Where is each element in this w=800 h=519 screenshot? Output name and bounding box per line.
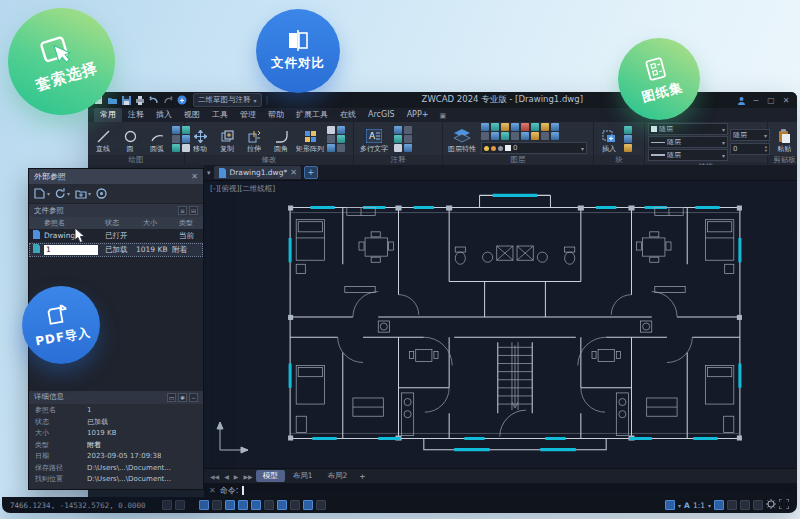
copy-button[interactable]: 复制 (215, 124, 239, 154)
lasso-select-badge[interactable]: 套索选择 (8, 8, 115, 115)
table-row[interactable]: 1 已加载 1019 KB 附着 (29, 243, 203, 257)
last-layout-icon[interactable]: ▶▶ (241, 473, 254, 480)
tool-icon[interactable] (501, 132, 509, 140)
tool-icon[interactable] (541, 123, 549, 131)
osnap-toggle[interactable] (251, 500, 261, 510)
redo-icon[interactable] (162, 95, 174, 106)
annotation-visibility-icon[interactable] (714, 500, 724, 510)
add-layout-button[interactable]: + (355, 472, 369, 481)
polar-toggle[interactable] (238, 500, 248, 510)
command-line[interactable]: ✕ 命令: (204, 483, 797, 497)
paper-space-icon[interactable] (175, 500, 185, 510)
viewport-controls[interactable]: [-][俯视][二维线框] (210, 184, 275, 194)
tool-icon[interactable] (172, 135, 180, 143)
tool-icon[interactable] (541, 132, 549, 140)
tool-icon[interactable] (501, 123, 509, 131)
open-folder-icon[interactable] (106, 95, 118, 106)
ortho-toggle[interactable] (225, 500, 235, 510)
model-toggle-icon[interactable] (665, 500, 675, 510)
close-command-icon[interactable]: ✕ (209, 486, 216, 495)
autoscale-icon[interactable] (727, 500, 737, 510)
tab-arcgis[interactable]: ArcGIS (362, 108, 401, 122)
tool-icon[interactable] (624, 126, 632, 134)
tool-icon[interactable] (327, 135, 335, 143)
erase-icon[interactable] (327, 126, 335, 134)
group-label-layers[interactable]: 图层 (443, 155, 593, 165)
tool-icon[interactable] (531, 123, 539, 131)
snap-toggle[interactable] (212, 500, 222, 510)
tab-view[interactable]: 视图 (178, 108, 206, 122)
circle-button[interactable]: 圆 (118, 124, 142, 154)
tool-icon[interactable] (521, 132, 529, 140)
dimension-icon[interactable] (394, 126, 402, 134)
group-label-modify[interactable]: 修改 (185, 155, 353, 165)
ribbon-display-toggle-icon[interactable]: ▣ (434, 110, 451, 122)
layout-tab-model[interactable]: 模型 (256, 470, 285, 482)
grid-toggle[interactable] (199, 500, 209, 510)
layout-tab-layout1[interactable]: 布局1 (286, 470, 320, 482)
xref-palette-header[interactable]: 外部参照 ✕ (29, 169, 203, 184)
workspace-selector[interactable]: 二维草图与注释 ▾ (193, 93, 262, 107)
lineweight-toggle[interactable] (303, 500, 313, 510)
tool-icon[interactable] (404, 144, 412, 152)
save-icon[interactable] (120, 95, 132, 106)
close-palette-icon[interactable]: ✕ (191, 172, 198, 181)
maximize-button[interactable]: ▢ (764, 94, 778, 106)
layer-properties-button[interactable]: 图层特性 (446, 124, 478, 154)
tool-icon[interactable] (491, 123, 499, 131)
isolate-objects-icon[interactable] (753, 500, 763, 510)
spinner-arrows[interactable]: ▴▾ (765, 145, 767, 153)
leader-icon[interactable] (394, 135, 402, 143)
color-dropdown[interactable]: 随层 ▾ (648, 123, 728, 135)
xref-rename-input[interactable]: 1 (44, 245, 98, 255)
tool-icon[interactable] (337, 126, 345, 134)
tool-icon[interactable] (327, 144, 335, 152)
group-label-draw[interactable]: 绘图 (88, 155, 184, 165)
annotation-icon[interactable]: A (684, 501, 690, 510)
file-tab-menu-icon[interactable]: ▾ (207, 169, 211, 177)
drawing-canvas[interactable]: [-][俯视][二维线框] (204, 181, 797, 468)
tool-icon[interactable] (337, 135, 345, 143)
help-button[interactable] (96, 188, 107, 199)
group-label-annotate[interactable]: 注释 (354, 155, 442, 165)
tool-icon[interactable] (551, 132, 559, 140)
minimize-button[interactable]: ─ (749, 94, 763, 106)
refresh-button[interactable]: ▾ (55, 188, 70, 199)
collapse-icon[interactable]: − (189, 393, 198, 402)
linetype-dropdown[interactable]: 随层 ▾ (648, 136, 728, 148)
tool-icon[interactable] (491, 132, 499, 140)
col-size[interactable]: 大小 (143, 218, 179, 228)
otrack-toggle[interactable] (264, 500, 274, 510)
tool-icon[interactable] (551, 123, 559, 131)
col-reference-name[interactable]: 参照名 (29, 218, 105, 228)
annotation-scale[interactable]: 1:1 (693, 501, 705, 510)
close-tab-icon[interactable]: ✕ (290, 168, 297, 177)
dyn-ucs-toggle[interactable] (277, 500, 287, 510)
file-tab-drawing1[interactable]: Drawing1.dwg* ✕ (214, 166, 301, 179)
col-status[interactable]: 状态 (105, 218, 143, 228)
layout-tab-layout2[interactable]: 布局2 (321, 470, 355, 482)
tab-insert[interactable]: 插入 (150, 108, 178, 122)
plotstyle-dropdown[interactable]: 随层 ▾ (730, 129, 770, 141)
tab-app-plus[interactable]: APP+ (401, 108, 435, 122)
transparency-spinner[interactable]: 0 ▴▾ (730, 143, 770, 155)
line-button[interactable]: 直线 (91, 124, 115, 154)
table-row[interactable]: Drawing1 已打开 当前 (29, 229, 203, 243)
chevron-down-icon[interactable]: ▾ (708, 502, 711, 509)
tool-icon[interactable] (624, 144, 632, 152)
close-button[interactable]: ✕ (779, 94, 793, 106)
chevron-down-icon[interactable]: ▾ (678, 502, 681, 509)
table-icon[interactable] (394, 144, 402, 152)
tab-tools[interactable]: 工具 (206, 108, 234, 122)
prev-layout-icon[interactable]: ◀ (222, 473, 231, 480)
tool-icon[interactable] (404, 126, 412, 134)
fullscreen-icon[interactable] (779, 499, 789, 511)
mtext-button[interactable]: A 多行文字 (357, 124, 391, 154)
cloud-sync-icon[interactable] (176, 95, 188, 106)
tool-icon[interactable] (511, 123, 519, 131)
next-layout-icon[interactable]: ▶ (232, 473, 241, 480)
stretch-button[interactable]: 拉伸 (242, 124, 266, 154)
tab-home[interactable]: 常用 (94, 108, 122, 122)
tool-icon[interactable] (511, 132, 519, 140)
dyn-input-toggle[interactable] (290, 500, 300, 510)
